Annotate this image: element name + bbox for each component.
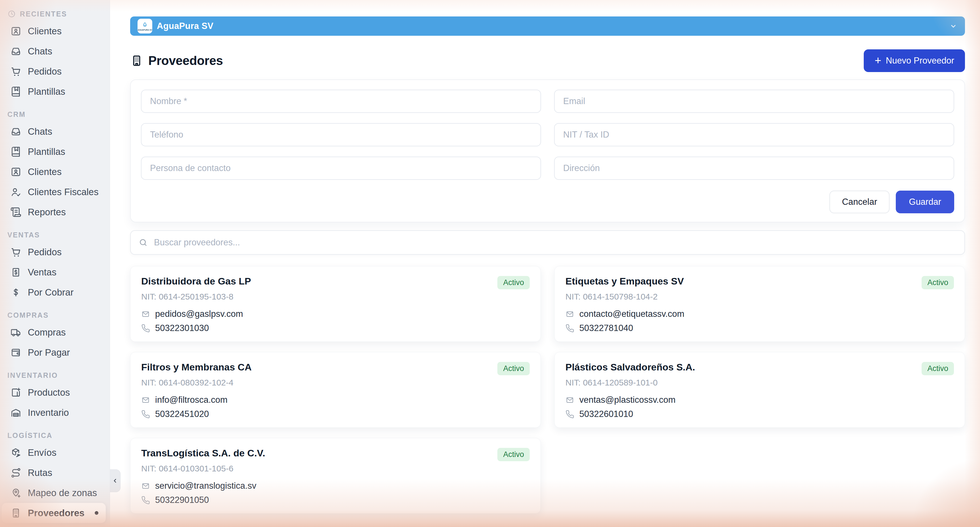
logo-text: AGUAPURA SV	[138, 29, 152, 31]
phone-icon	[141, 496, 150, 505]
supplier-phone-row: 50322301030	[141, 323, 530, 333]
telefono-input[interactable]	[141, 123, 541, 146]
supplier-card[interactable]: Distribuidora de Gas LP Activo NIT: 0614…	[130, 266, 541, 342]
search-input[interactable]	[153, 237, 956, 248]
workspace-name: AguaPura SV	[157, 21, 213, 31]
sidebar-collapse-button[interactable]	[110, 470, 121, 492]
sidebar-item-por-pagar[interactable]: Por Pagar	[0, 342, 110, 363]
page-title: Proveedores	[148, 54, 223, 68]
supplier-email-row: ventas@plasticossv.com	[565, 395, 954, 405]
user-check-icon	[10, 186, 22, 198]
section-label: COMPRAS	[7, 311, 49, 319]
supplier-card[interactable]: Filtros y Membranas CA Activo NIT: 0614-…	[130, 352, 541, 428]
section-header-inventario: INVENTARIO	[0, 368, 110, 382]
package-plus-icon	[10, 387, 22, 398]
section-header-compras: COMPRAS	[0, 308, 110, 322]
cancel-button[interactable]: Cancelar	[829, 191, 889, 213]
supplier-form-grid	[141, 90, 954, 180]
phone-icon	[141, 324, 150, 333]
sidebar-section-ventas: VENTAS Pedidos Ventas Por Cobrar	[0, 228, 110, 303]
status-badge: Activo	[497, 362, 530, 375]
sidebar-section-logistica: LOGÍSTICA Envíos Rutas Mapeo de zonas Pr…	[0, 428, 110, 523]
sidebar-item-clientes[interactable]: Clientes	[0, 21, 110, 41]
sidebar-item-pedidos-ventas[interactable]: Pedidos	[0, 242, 110, 262]
supplier-list: Distribuidora de Gas LP Activo NIT: 0614…	[130, 266, 965, 514]
map-pin-plus-icon	[10, 487, 22, 498]
save-button[interactable]: Guardar	[896, 191, 954, 213]
section-label: CRM	[7, 110, 26, 119]
mail-icon	[565, 396, 574, 404]
status-badge: Activo	[497, 276, 530, 289]
supplier-email: pedidos@gaslpsv.com	[155, 309, 243, 319]
supplier-email: contacto@etiquetassv.com	[579, 309, 684, 319]
new-supplier-button[interactable]: + Nuevo Proveedor	[864, 49, 965, 72]
supplier-nit: NIT: 0614-250195-103-8	[141, 291, 530, 302]
sidebar-item-clientes-fiscales[interactable]: Clientes Fiscales	[0, 182, 110, 202]
sidebar-item-label: Pedidos	[28, 247, 62, 258]
sidebar-item-envios[interactable]: Envíos	[0, 443, 110, 463]
sidebar-item-inventario[interactable]: Inventario	[0, 403, 110, 423]
workspace-banner[interactable]: AGUAPURA SV AguaPura SV	[130, 16, 965, 36]
supplier-phone: 50322451020	[155, 409, 209, 419]
page-header: Proveedores + Nuevo Proveedor	[130, 49, 965, 72]
sidebar-item-ventas[interactable]: Ventas	[0, 262, 110, 282]
direccion-input[interactable]	[554, 156, 954, 180]
sidebar-item-plantillas[interactable]: Plantillas	[0, 81, 110, 102]
sidebar-item-pedidos[interactable]: Pedidos	[0, 61, 110, 81]
sidebar-item-label: Clientes	[28, 26, 62, 37]
clock-icon	[7, 10, 16, 18]
sidebar-item-label: Pedidos	[28, 66, 62, 77]
sidebar-item-por-cobrar[interactable]: Por Cobrar	[0, 282, 110, 303]
section-label: VENTAS	[7, 231, 40, 239]
sidebar-item-label: Inventario	[28, 407, 69, 418]
inbox-icon	[10, 46, 22, 57]
supplier-name: Etiquetas y Empaques SV	[565, 275, 684, 287]
chevron-down-icon	[949, 22, 958, 30]
supplier-card[interactable]: Etiquetas y Empaques SV Activo NIT: 0614…	[554, 266, 965, 342]
sidebar-item-chats-crm[interactable]: Chats	[0, 121, 110, 142]
nit-input[interactable]	[554, 123, 954, 146]
sidebar-item-reportes[interactable]: Reportes	[0, 202, 110, 222]
sidebar-item-productos[interactable]: Productos	[0, 382, 110, 403]
sidebar-item-label: Clientes Fiscales	[28, 186, 99, 197]
active-indicator-dot	[95, 511, 99, 515]
supplier-phone: 50322301030	[155, 323, 209, 333]
sidebar-item-clientes-crm[interactable]: Clientes	[0, 162, 110, 182]
status-badge: Activo	[497, 448, 530, 461]
sidebar-section-crm: CRM Chats Plantillas Clientes Clientes F…	[0, 107, 110, 222]
new-supplier-button-label: Nuevo Proveedor	[886, 56, 954, 66]
supplier-name: Filtros y Membranas CA	[141, 361, 251, 373]
sidebar-item-label: Compras	[28, 327, 66, 338]
book-icon	[10, 86, 22, 97]
card-header: Distribuidora de Gas LP Activo	[141, 275, 530, 289]
card-header: Filtros y Membranas CA Activo	[141, 361, 530, 375]
sidebar-item-label: Productos	[28, 387, 70, 398]
supplier-phone: 50322601010	[579, 409, 633, 419]
supplier-card[interactable]: TransLogística S.A. de C.V. Activo NIT: …	[130, 438, 541, 514]
id-card-icon	[10, 25, 22, 37]
supplier-card[interactable]: Plásticos Salvadoreños S.A. Activo NIT: …	[554, 352, 965, 428]
form-actions: Cancelar Guardar	[141, 191, 954, 213]
supplier-email-row: contacto@etiquetassv.com	[565, 309, 954, 319]
supplier-email-row: info@filtrosca.com	[141, 395, 530, 405]
phone-icon	[565, 324, 574, 333]
sidebar-item-rutas[interactable]: Rutas	[0, 463, 110, 483]
persona-de-contacto-input[interactable]	[141, 156, 541, 180]
truck-icon	[10, 327, 22, 338]
nombre-input[interactable]	[141, 90, 541, 113]
email-input[interactable]	[554, 90, 954, 113]
dollar-icon	[10, 287, 22, 298]
sidebar-item-plantillas-crm[interactable]: Plantillas	[0, 142, 110, 162]
mail-icon	[141, 482, 150, 490]
sidebar-item-label: Mapeo de zonas	[28, 487, 97, 498]
receipt-icon	[10, 267, 22, 278]
sidebar-item-proveedores[interactable]: Proveedores	[2, 503, 106, 523]
sidebar-item-mapeo-de-zonas[interactable]: Mapeo de zonas	[0, 483, 110, 503]
sidebar-item-chats[interactable]: Chats	[0, 41, 110, 61]
sidebar-item-label: Por Pagar	[28, 347, 70, 358]
supplier-phone-row: 50322781040	[565, 323, 954, 333]
sidebar-item-compras[interactable]: Compras	[0, 322, 110, 342]
sidebar-section-compras: COMPRAS Compras Por Pagar	[0, 308, 110, 363]
status-badge: Activo	[921, 362, 954, 375]
sidebar-item-label: Plantillas	[28, 86, 65, 97]
